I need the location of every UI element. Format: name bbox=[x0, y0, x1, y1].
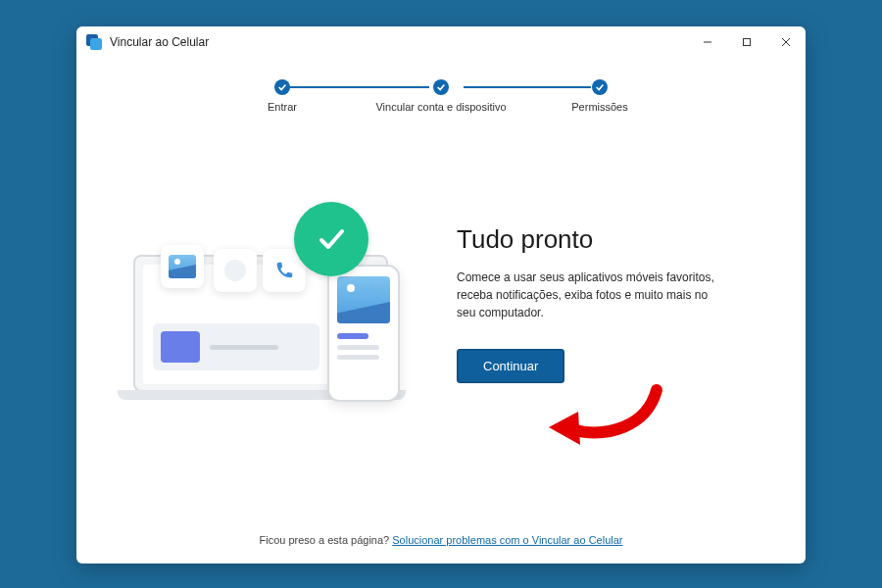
continue-button[interactable]: Continuar bbox=[457, 349, 564, 383]
maximize-button[interactable] bbox=[727, 26, 766, 58]
check-icon bbox=[436, 82, 446, 92]
phone-illustration bbox=[327, 265, 400, 402]
placeholder-bar bbox=[337, 333, 368, 339]
step-dot-complete bbox=[433, 79, 449, 95]
app-icon bbox=[86, 34, 102, 50]
success-check-badge bbox=[294, 202, 368, 276]
window-title: Vincular ao Celular bbox=[110, 35, 209, 49]
check-icon bbox=[277, 82, 287, 92]
copy-block: Tudo pronto Comece a usar seus aplicativ… bbox=[457, 224, 759, 383]
footer-prefix: Ficou preso a esta página? bbox=[260, 534, 393, 546]
placeholder-bar bbox=[337, 355, 379, 360]
check-icon bbox=[312, 220, 351, 259]
photo-icon bbox=[169, 255, 196, 278]
close-button[interactable] bbox=[766, 26, 806, 58]
placeholder-bar bbox=[337, 345, 379, 350]
check-icon bbox=[595, 82, 605, 92]
photo-card-icon bbox=[161, 245, 204, 288]
step-permissoes: Permissões bbox=[541, 79, 659, 113]
maximize-icon bbox=[742, 37, 752, 47]
minimize-icon bbox=[703, 37, 712, 47]
step-vincular: Vincular conta e dispositivo bbox=[353, 79, 529, 113]
title-bar: Vincular ao Celular bbox=[76, 26, 806, 58]
message-icon bbox=[224, 260, 246, 281]
footer-help: Ficou preso a esta página? Solucionar pr… bbox=[76, 534, 806, 564]
troubleshoot-link[interactable]: Solucionar problemas com o Vincular ao C… bbox=[392, 534, 622, 546]
step-dot-complete bbox=[274, 79, 290, 95]
placeholder-bar bbox=[210, 345, 278, 350]
progress-stepper: Entrar Vincular conta e dispositivo Perm… bbox=[76, 79, 806, 113]
phone-photo-icon bbox=[337, 276, 390, 323]
page-heading: Tudo pronto bbox=[457, 224, 749, 255]
step-label: Vincular conta e dispositivo bbox=[375, 101, 506, 113]
laptop-list-row bbox=[153, 323, 319, 370]
step-dot-complete bbox=[592, 79, 608, 95]
minimize-button[interactable] bbox=[688, 26, 727, 58]
step-entrar: Entrar bbox=[223, 79, 341, 113]
phone-icon bbox=[273, 260, 295, 281]
step-label: Permissões bbox=[571, 101, 627, 113]
page-body: Comece a usar seus aplicativos móveis fa… bbox=[457, 269, 721, 321]
svg-rect-1 bbox=[744, 39, 751, 46]
close-icon bbox=[781, 37, 791, 47]
thumbnail-icon bbox=[161, 331, 200, 363]
illustration bbox=[123, 196, 417, 412]
app-window: Vincular ao Celular Entrar Vincular cont… bbox=[76, 26, 806, 564]
main-content: Tudo pronto Comece a usar seus aplicativ… bbox=[76, 113, 806, 534]
step-label: Entrar bbox=[268, 101, 297, 113]
message-card-icon bbox=[214, 249, 257, 292]
